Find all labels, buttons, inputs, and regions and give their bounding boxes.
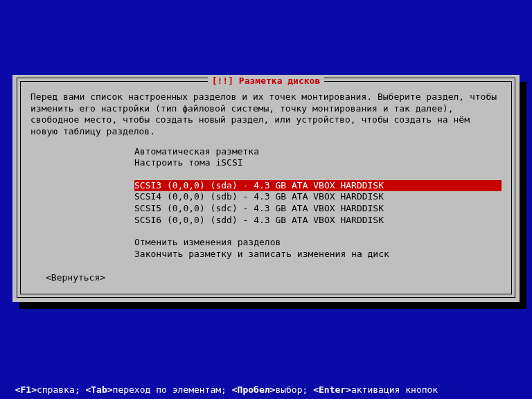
dialog-title-wrap: [!!] Разметка дисков — [21, 76, 511, 87]
inner-panel: [!!] Разметка дисков Перед вами список н… — [20, 81, 512, 294]
menu-finish-write[interactable]: Закончить разметку и записать изменения … — [134, 249, 502, 260]
disk-sda[interactable]: SCSI3 (0,0,0) (sda) - 4.3 GB ATA VBOX HA… — [134, 180, 502, 192]
help-text-f1: справка; — [37, 384, 85, 395]
help-key-enter: <Enter> — [313, 384, 351, 395]
disk-sdb[interactable]: SCSI4 (0,0,0) (sdb) - 4.3 GB ATA VBOX HA… — [134, 191, 502, 203]
help-key-space: <Пробел> — [232, 384, 276, 395]
menu-guided-partitioning[interactable]: Автоматическая разметка — [134, 146, 502, 158]
outer-border: [!!] Разметка дисков Перед вами список н… — [17, 78, 515, 298]
footer-help-bar: <F1>справка; <Tab>переход по элементам; … — [0, 372, 532, 399]
menu-undo-changes[interactable]: Отменить изменения разделов — [134, 237, 502, 249]
go-back-button[interactable]: <Вернуться> — [46, 272, 105, 284]
menu-configure-iscsi[interactable]: Настроить тома iSCSI — [134, 157, 502, 169]
disk-sdc[interactable]: SCSI5 (0,0,0) (sdc) - 4.3 GB ATA VBOX HA… — [134, 203, 502, 215]
window-shadow-bottom — [19, 302, 526, 309]
dialog-window: [!!] Разметка дисков Перед вами список н… — [12, 75, 520, 302]
disk-sdd[interactable]: SCSI6 (0,0,0) (sdd) - 4.3 GB ATA VBOX HA… — [134, 215, 502, 227]
dialog-title: [!!] Разметка дисков — [208, 76, 325, 86]
help-text-space: выбор; — [275, 384, 313, 395]
window-shadow-right — [520, 82, 526, 308]
menu-list: Автоматическая разметка Настроить тома i… — [134, 146, 502, 260]
help-text-tab: переход по элементам; — [113, 384, 232, 395]
intro-text: Перед вами список настроенных разделов и… — [30, 91, 502, 138]
help-key-f1: <F1> — [15, 384, 37, 395]
help-key-tab: <Tab> — [85, 384, 112, 395]
help-text-enter: активация кнопок — [351, 384, 438, 395]
